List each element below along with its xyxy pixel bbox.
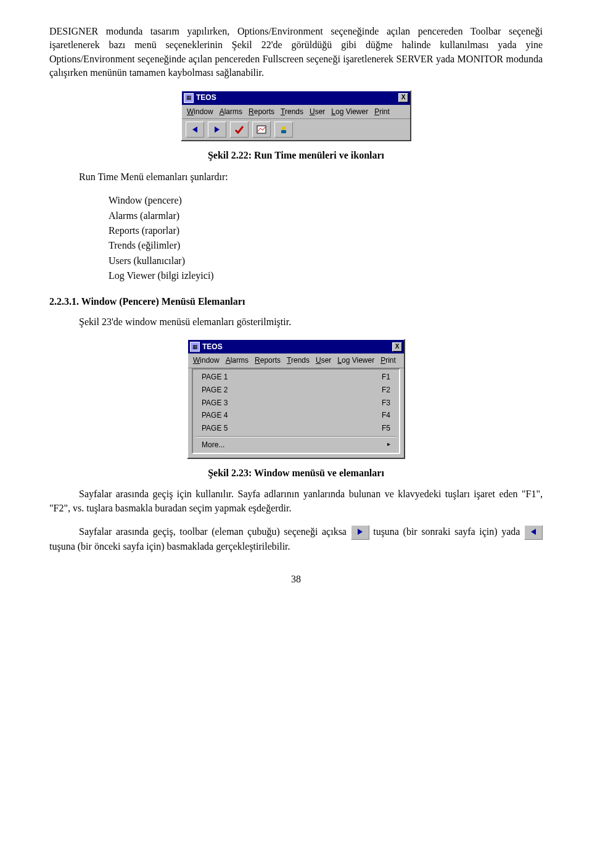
menu-alarms[interactable]: Alarms (220, 107, 242, 117)
window-title: TEOS (196, 93, 398, 103)
list-item: Users (kullanıcılar) (109, 254, 543, 268)
menu-item-page3[interactable]: PAGE 3 F3 (193, 397, 399, 410)
runtime-intro: Run Time Menü elemanları şunlardır: (49, 170, 543, 184)
paragraph-1-text: DESIGNER modunda tasarım yapılırken, Opt… (49, 26, 543, 78)
teos-window-1: ▦ TEOS X Window Alarms Reports Trends Us… (181, 90, 411, 142)
menu-window[interactable]: Window (187, 107, 213, 117)
toolbar (182, 119, 410, 140)
close-icon[interactable]: X (398, 93, 408, 102)
svg-rect-4 (281, 130, 286, 133)
figure-caption-1: Şekil 2.22: Run Time menüleri ve ikonlar… (49, 149, 543, 162)
next-page-icon[interactable] (351, 525, 369, 540)
list-item: Trends (eğilimler) (109, 239, 543, 252)
menu-reports[interactable]: Reports (249, 107, 274, 117)
list-item: Window (pencere) (109, 194, 543, 207)
titlebar: ▦ TEOS X (182, 91, 410, 105)
paragraph-2: Şekil 23'de window menüsü elemanları gös… (49, 315, 543, 329)
svg-marker-6 (531, 529, 536, 535)
para4-part-b: tuşuna (bir sonraki sayfa için) yada (373, 526, 524, 537)
runtime-list: Window (pencere) Alarms (alarmlar) Repor… (109, 194, 543, 283)
menu-user[interactable]: User (310, 107, 325, 117)
paragraph-4: Sayfalar arasında geçiş, toolbar (eleman… (49, 525, 543, 554)
menu-window[interactable]: Window (193, 355, 220, 366)
menu-user[interactable]: User (316, 355, 331, 366)
user-icon[interactable] (274, 122, 293, 138)
menu-item-page4[interactable]: PAGE 4 F4 (193, 409, 399, 422)
figure-caption-2: Şekil 2.23: Window menüsü ve elemanları (49, 466, 543, 480)
menu-reports[interactable]: Reports (255, 355, 281, 366)
page-number: 38 (49, 572, 543, 586)
menu-item-page1[interactable]: PAGE 1 F1 (193, 371, 399, 384)
next-page-icon[interactable] (208, 122, 226, 138)
chart-icon[interactable] (252, 122, 271, 138)
list-item: Reports (raporlar) (109, 224, 543, 238)
menu-print[interactable]: Print (380, 355, 396, 366)
titlebar: ▦ TEOS X (188, 340, 404, 353)
prev-page-icon[interactable] (524, 525, 543, 540)
list-item: Log Viewer (bilgi izleyici) (109, 269, 543, 283)
teos-window-2: ▦ TEOS X Window Alarms Reports Trends Us… (187, 339, 405, 459)
menubar: Window Alarms Reports Trends User Log Vi… (188, 353, 404, 368)
close-icon[interactable]: X (392, 342, 402, 352)
app-icon: ▦ (190, 342, 200, 352)
menu-logviewer[interactable]: Log Viewer (331, 107, 368, 117)
prev-page-icon[interactable] (186, 122, 204, 138)
menu-separator (195, 436, 397, 437)
para4-part-c: tuşuna (bir önceki sayfa için) basmaklad… (49, 541, 290, 552)
paragraph-1: DESIGNER modunda tasarım yapılırken, Opt… (49, 25, 543, 80)
window-title: TEOS (202, 342, 392, 352)
menu-trends[interactable]: Trends (287, 355, 310, 366)
window-dropdown: PAGE 1 F1 PAGE 2 F2 PAGE 3 F3 PAGE 4 F4 … (192, 368, 400, 454)
list-item: Alarms (alarmlar) (109, 209, 543, 223)
menu-item-page2[interactable]: PAGE 2 F2 (193, 384, 399, 397)
submenu-arrow-icon: ▸ (387, 440, 390, 450)
section-heading: 2.2.3.1. Window (Pencere) Menüsü Elemanl… (49, 295, 543, 308)
menubar: Window Alarms Reports Trends User Log Vi… (182, 105, 410, 120)
paragraph-3: Sayfalar arasında geçiş için kullanılır.… (49, 487, 543, 515)
menu-alarms[interactable]: Alarms (226, 355, 249, 366)
check-icon[interactable] (230, 122, 249, 138)
svg-marker-0 (192, 126, 197, 133)
app-icon: ▦ (184, 93, 194, 103)
menu-item-more[interactable]: More... ▸ (193, 439, 399, 452)
menu-trends[interactable]: Trends (281, 107, 303, 117)
svg-marker-5 (358, 529, 363, 535)
svg-point-3 (282, 126, 286, 130)
menu-print[interactable]: Print (374, 107, 390, 117)
para4-part-a: Sayfalar arasında geçiş, toolbar (eleman… (79, 526, 351, 537)
menu-logviewer[interactable]: Log Viewer (337, 355, 374, 366)
menu-item-page5[interactable]: PAGE 5 F5 (193, 422, 399, 435)
svg-marker-1 (215, 126, 220, 133)
